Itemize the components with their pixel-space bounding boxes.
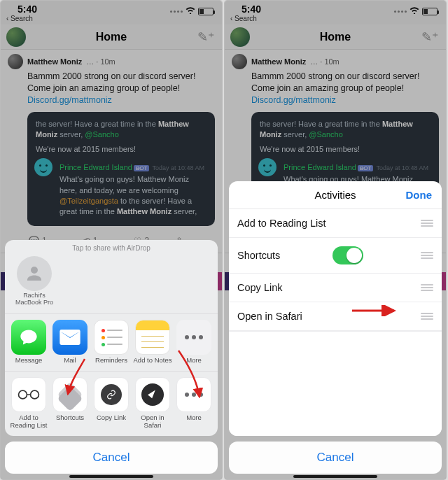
drag-handle-icon[interactable]: [421, 313, 433, 320]
home-indicator[interactable]: [293, 475, 377, 478]
home-indicator[interactable]: [69, 475, 153, 478]
action-reading-list[interactable]: Add to Reading List: [9, 377, 48, 429]
copy-link-icon: [94, 377, 129, 412]
share-sheet: Tap to share with AirDrop Rachit's MacBo…: [5, 240, 218, 474]
activities-title: Activities: [314, 189, 356, 201]
svg-point-1: [31, 390, 39, 399]
share-apps-row: Message Mail Reminders: [5, 313, 218, 371]
message-icon: [11, 320, 46, 355]
notes-icon: [135, 320, 170, 355]
share-reminders[interactable]: Reminders: [92, 320, 131, 364]
glasses-icon: [11, 377, 46, 412]
activity-label: Add to Reading List: [237, 218, 326, 229]
action-more[interactable]: More: [174, 377, 214, 429]
action-shortcuts[interactable]: Shortcuts: [50, 377, 90, 429]
airdrop-device-label: Rachit's MacBook Pro: [13, 292, 55, 306]
activities-sheet: Activities Done Add to Reading List Shor…: [229, 181, 442, 474]
activity-label: Open in Safari: [237, 311, 302, 322]
share-message[interactable]: Message: [9, 320, 48, 364]
person-icon: [17, 256, 52, 291]
share-actions-row: Add to Reading List Shortcuts Copy Link …: [5, 371, 218, 436]
phone-right: 5:40 ‹ Search Home ✎⁺ Matthew Moniz… · 1…: [224, 0, 447, 480]
activity-label: Copy Link: [237, 282, 282, 293]
more-icon: [176, 320, 211, 355]
activity-row-copy-link[interactable]: Copy Link: [229, 274, 442, 302]
activity-row-open-safari[interactable]: Open in Safari: [229, 302, 442, 331]
phone-left: 5:40 ‹ Search Home ✎⁺ Matthew Moniz … · …: [0, 0, 223, 480]
activity-row-reading-list[interactable]: Add to Reading List: [229, 209, 442, 238]
shortcuts-icon: [52, 377, 88, 412]
done-button[interactable]: Done: [406, 189, 433, 201]
activity-row-shortcuts[interactable]: Shortcuts: [229, 238, 442, 274]
share-mail[interactable]: Mail: [50, 320, 90, 364]
mail-icon: [52, 320, 88, 355]
cancel-button[interactable]: Cancel: [5, 442, 218, 474]
more-icon: [176, 377, 211, 412]
activities-header: Activities Done: [229, 181, 442, 209]
share-notes[interactable]: Add to Notes: [133, 320, 172, 364]
action-open-safari[interactable]: Open in Safari: [133, 377, 172, 429]
airdrop-hint: Tap to share with AirDrop: [5, 240, 218, 255]
drag-handle-icon[interactable]: [421, 220, 433, 227]
safari-icon: [135, 377, 170, 412]
drag-handle-icon[interactable]: [421, 284, 433, 291]
shortcuts-toggle[interactable]: [332, 246, 363, 264]
svg-point-0: [19, 390, 27, 399]
activity-label: Shortcuts: [237, 250, 280, 261]
cancel-button[interactable]: Cancel: [229, 442, 442, 474]
airdrop-device[interactable]: Rachit's MacBook Pro: [13, 256, 55, 306]
drag-handle-icon[interactable]: [421, 252, 433, 259]
action-copy-link[interactable]: Copy Link: [92, 377, 131, 429]
reminders-icon: [94, 320, 129, 355]
share-more-apps[interactable]: More: [174, 320, 214, 364]
